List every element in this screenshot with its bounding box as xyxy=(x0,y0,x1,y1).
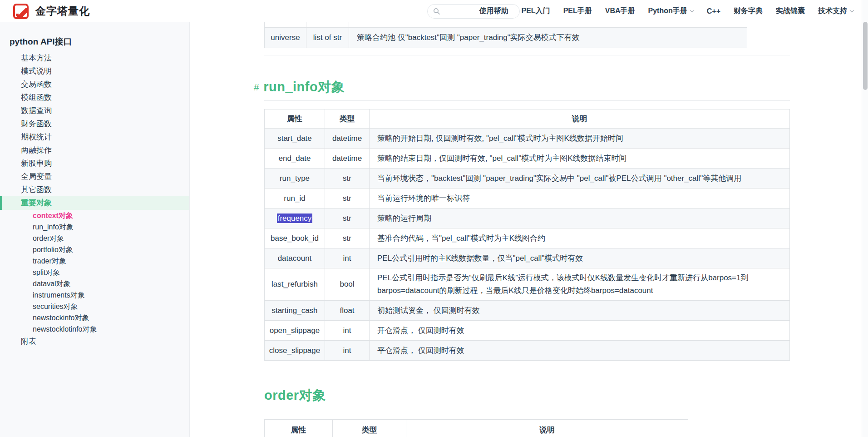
scrollbar-thumb[interactable] xyxy=(863,22,868,90)
desc-cell: 当前环境状态，"backtest"回测 "paper_trading"实际交易中… xyxy=(370,169,790,189)
attr-text: open_slippage xyxy=(270,326,320,335)
desc-cell: 策略的运行周期 xyxy=(370,209,790,228)
sidebar-subitem[interactable]: order对象 xyxy=(0,233,189,244)
nav-item[interactable]: 财务字典 xyxy=(734,6,763,16)
table-row: run_type str 当前环境状态，"backtest"回测 "paper_… xyxy=(265,169,790,189)
sidebar-item[interactable]: 基本方法 xyxy=(0,51,189,65)
nav-item-label: Python手册 xyxy=(648,6,687,16)
sidebar-item[interactable]: 期权统计 xyxy=(0,130,189,144)
sidebar-subitem[interactable]: newstockinfo对象 xyxy=(0,312,189,323)
sidebar-subitem[interactable]: context对象 xyxy=(0,210,189,221)
nav-item[interactable]: C++ xyxy=(707,7,720,15)
table-row-cut xyxy=(265,22,747,27)
sidebar-subitem-label: dataval对象 xyxy=(33,280,71,288)
heading-text: run_info对象 xyxy=(263,78,345,96)
sidebar-item[interactable]: 新股申购 xyxy=(0,157,189,170)
sidebar-item[interactable]: 模组函数 xyxy=(0,91,189,104)
sidebar-subitem-label: context对象 xyxy=(33,212,73,219)
sidebar-subitem-label: split对象 xyxy=(33,268,60,276)
brand-title: 金字塔量化 xyxy=(35,4,90,18)
sidebar-item-appendix[interactable]: 附表 xyxy=(0,335,189,348)
sidebar-item[interactable]: 财务函数 xyxy=(0,117,189,130)
type-cell: list of str xyxy=(306,27,349,48)
table-row: end_date datetime 策略的结束日期，仅回测时有效, "pel_c… xyxy=(265,149,790,169)
attr-text: last_refurbish xyxy=(271,280,318,288)
nav-item-label: C++ xyxy=(707,7,720,15)
sidebar-subitem[interactable]: securities对象 xyxy=(0,301,189,312)
type-cell: int xyxy=(325,248,370,268)
type-cell: datetime xyxy=(325,129,370,149)
nav-item[interactable]: Python手册 xyxy=(648,6,694,16)
section-divider xyxy=(264,409,790,409)
nav-item[interactable]: VBA手册 xyxy=(605,6,635,16)
table-row: base_book_id str 基准合约代码，当"pel_call"模式时为主… xyxy=(265,228,790,248)
table-row-universe: universe list of str 策略合约池 仅"backtest"回测… xyxy=(265,27,747,48)
heading-anchor-link[interactable]: # xyxy=(254,82,259,93)
desc-cell: 策略的结束日期，仅回测时有效, "pel_call"模式时为主图K线数据结束时间 xyxy=(370,149,790,169)
nav-item[interactable]: PEL手册 xyxy=(563,6,592,16)
sidebar-item-active[interactable]: 重要对象 xyxy=(0,196,189,210)
sidebar-subitem[interactable]: instruments对象 xyxy=(0,289,189,301)
column-header-attr: 属性 xyxy=(265,420,333,437)
top-navbar: 金字塔量化 使用帮助 PEL入门 PEL手册 VBA xyxy=(0,0,868,22)
sidebar-subitem-label: order对象 xyxy=(33,234,64,242)
attr-cell: close_slippage xyxy=(265,341,325,361)
nav-item[interactable]: PEL入门 xyxy=(522,6,550,16)
table-row: open_slippage int 开仓滑点， 仅回测时有效 xyxy=(265,321,790,341)
column-header-type: 类型 xyxy=(325,109,370,129)
type-cell: datetime xyxy=(325,149,370,169)
column-header-desc: 说明 xyxy=(370,109,790,129)
sidebar-item-list: 基本方法 模式说明 交易函数 模组函数 数据查询 财务函数 期权统计 两融操作 … xyxy=(0,51,189,196)
sidebar-subitem-label: run_info对象 xyxy=(33,223,74,231)
brand-link[interactable]: 金字塔量化 xyxy=(13,0,90,22)
desc-cell: 平仓滑点， 仅回测时有效 xyxy=(370,341,790,361)
sidebar-item[interactable]: 数据查询 xyxy=(0,104,189,117)
sidebar-item[interactable]: 其它函数 xyxy=(0,183,189,196)
sidebar-subitem-label: newstockinfo对象 xyxy=(33,314,89,322)
attr-cell: starting_cash xyxy=(265,301,325,321)
type-cell: float xyxy=(325,301,370,321)
sidebar-subitem[interactable]: split对象 xyxy=(0,267,189,278)
table-row: run_id str 当前运行环境的唯一标识符 xyxy=(265,189,790,209)
page-scrollbar[interactable] xyxy=(862,0,868,437)
attr-cell: last_refurbish xyxy=(265,268,325,301)
heading-text: order对象 xyxy=(264,387,326,405)
sidebar-subitem[interactable]: dataval对象 xyxy=(0,278,189,289)
sidebar-subitem-label: instruments对象 xyxy=(33,291,85,299)
nav-item[interactable]: 使用帮助 xyxy=(479,6,508,16)
nav-item-label: 技术支持 xyxy=(818,6,847,16)
table-header-row: 属性 类型 说明 xyxy=(265,109,790,129)
table-row: start_date datetime 策略的开始日期, 仅回测时有效, "pe… xyxy=(265,129,790,149)
sidebar-item[interactable]: 全局变量 xyxy=(0,170,189,183)
attr-cell: run_id xyxy=(265,189,325,209)
type-cell: str xyxy=(325,209,370,228)
nav-item-label: 财务字典 xyxy=(734,6,763,16)
attr-cell: datacount xyxy=(265,248,325,268)
section-divider xyxy=(264,55,790,55)
sidebar-item[interactable]: 两融操作 xyxy=(0,144,189,157)
desc-cell: 策略合约池 仅"backtest"回测 "paper_trading"实际交易模… xyxy=(349,27,747,48)
sidebar-subitem[interactable]: newstocklotinfo对象 xyxy=(0,323,189,335)
top-nav-menu: 使用帮助 PEL入门 PEL手册 VBA手册 Python手册 xyxy=(479,0,854,22)
table-row: last_refurbish bool PEL公式引用时指示是否为“仅刷最后K线… xyxy=(265,268,790,301)
attr-cell: run_type xyxy=(265,169,325,189)
sidebar-subitem[interactable]: trader对象 xyxy=(0,255,189,267)
sidebar-item[interactable]: 交易函数 xyxy=(0,78,189,91)
attr-text: base_book_id xyxy=(271,234,319,243)
attr-text: run_id xyxy=(284,194,305,203)
attr-text: datacount xyxy=(278,254,312,263)
type-cell: bool xyxy=(325,268,370,301)
sidebar-subitem[interactable]: portfolio对象 xyxy=(0,244,189,255)
attr-text: frequency xyxy=(277,214,313,223)
nav-item-label: VBA手册 xyxy=(605,6,635,16)
nav-item-label: 实战锦囊 xyxy=(776,6,805,16)
nav-item[interactable]: 实战锦囊 xyxy=(776,6,805,16)
brand-logo-icon xyxy=(13,4,29,19)
sidebar-subitem[interactable]: run_info对象 xyxy=(0,221,189,233)
sidebar-section-title[interactable]: python API接口 xyxy=(0,36,189,48)
attr-text: close_slippage xyxy=(269,346,320,355)
nav-item[interactable]: 技术支持 xyxy=(818,6,853,16)
sidebar-subitem-label: securities对象 xyxy=(33,303,78,310)
type-cell: str xyxy=(325,228,370,248)
sidebar-item[interactable]: 模式说明 xyxy=(0,65,189,78)
